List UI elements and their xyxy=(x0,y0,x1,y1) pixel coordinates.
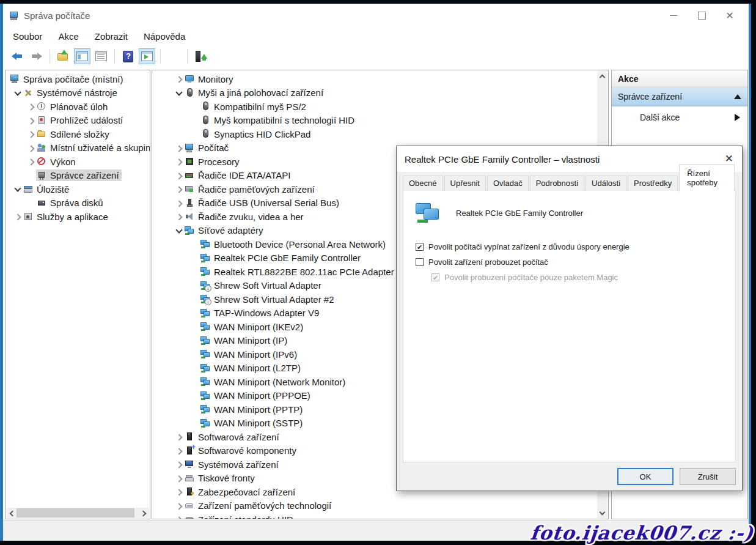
tab-události[interactable]: Události xyxy=(585,176,626,191)
chevron-collapsed-icon[interactable] xyxy=(13,212,23,221)
chevron-collapsed-icon[interactable] xyxy=(174,171,184,180)
chevron-collapsed-icon[interactable] xyxy=(26,143,36,153)
dialog-close-button[interactable]: ✕ xyxy=(725,152,733,165)
console-tree-item[interactable]: Služby a aplikace xyxy=(6,210,150,224)
chevron-expanded-icon[interactable] xyxy=(13,184,23,194)
horizontal-scrollbar[interactable] xyxy=(6,508,149,518)
chevron-collapsed-icon[interactable] xyxy=(174,143,184,153)
console-tree-item[interactable]: Správce zařízení xyxy=(6,169,150,183)
console-tree-item[interactable]: Plánovač úloh xyxy=(6,100,150,114)
actions-item-more-actions[interactable]: Další akce xyxy=(612,106,747,128)
tab-obecné[interactable]: Obecné xyxy=(403,176,443,191)
console-tree-item[interactable]: Správa disků xyxy=(6,196,150,210)
device-tree-item-core[interactable]: Zařízení standardu HID xyxy=(184,514,296,519)
chevron-collapsed-icon[interactable] xyxy=(174,459,184,469)
device-tree-item-core[interactable]: ↓Shrew Soft Virtual Adapter xyxy=(200,280,324,291)
console-tree-item-core[interactable]: Správa počítače (místní) xyxy=(9,73,125,85)
device-tree-item-core[interactable]: WAN Miniport (SSTP) xyxy=(200,417,305,429)
console-tree-toggle-icon[interactable] xyxy=(74,48,90,64)
console-tree-item-core[interactable]: Úložiště xyxy=(23,184,72,195)
help-icon[interactable] xyxy=(120,48,136,64)
device-tree-item-core[interactable]: Řadiče zvuku, videa a her xyxy=(184,211,306,223)
device-tree-item-core[interactable]: Synaptics HID ClickPad xyxy=(200,128,313,140)
chevron-expanded-icon[interactable] xyxy=(174,226,184,235)
chevron-expanded-icon[interactable] xyxy=(174,88,184,98)
update-driver-icon[interactable] xyxy=(193,48,209,64)
device-tree-item-core[interactable]: Bluetooth Device (Personal Area Network) xyxy=(200,239,388,250)
device-tree-item[interactable]: Myš kompatibilní s technologií HID xyxy=(152,114,608,128)
up-level-icon[interactable] xyxy=(55,48,72,64)
device-tree-item-core[interactable]: WAN Miniport (PPTP) xyxy=(200,404,305,415)
device-tree-item-core[interactable]: Řadiče IDE ATA/ATAPI xyxy=(184,169,293,181)
chevron-collapsed-icon[interactable] xyxy=(174,473,184,483)
device-tree-item-core[interactable]: Procesory xyxy=(184,156,242,168)
device-tree-item-core[interactable]: Myš kompatibilní s technologií HID xyxy=(200,114,357,126)
tab-upřesnit[interactable]: Upřesnit xyxy=(444,176,486,191)
tab-podrobnosti[interactable]: Podrobnosti xyxy=(530,176,584,191)
device-tree-item-core[interactable]: WAN Miniport (IPv6) xyxy=(200,349,299,360)
device-tree-item-core[interactable]: Kompatibilní myš PS/2 xyxy=(200,101,309,113)
console-tree-item-core[interactable]: Prohlížeč událostí xyxy=(36,114,125,126)
device-tree-item[interactable]: Monitory xyxy=(152,72,608,86)
chevron-collapsed-icon[interactable] xyxy=(174,432,184,442)
device-tree-item-core[interactable]: Softwarové komponenty xyxy=(184,445,299,456)
chevron-collapsed-icon[interactable] xyxy=(174,74,184,84)
device-tree-item[interactable]: Kompatibilní myš PS/2 xyxy=(152,100,608,114)
device-tree-item-core[interactable]: WAN Miniport (Network Monitor) xyxy=(200,376,348,388)
chevron-collapsed-icon[interactable] xyxy=(174,487,184,497)
device-tree-item-core[interactable]: WAN Miniport (IP) xyxy=(200,335,290,346)
menu-item-soubor[interactable]: Soubor xyxy=(13,31,42,42)
chevron-collapsed-icon[interactable] xyxy=(26,116,36,125)
device-tree-item[interactable]: Synaptics HID ClickPad xyxy=(152,127,608,141)
device-tree-item[interactable]: Zařízení paměťových technologií xyxy=(152,499,608,513)
device-tree-item-core[interactable]: Zabezpečovací zařízení xyxy=(184,486,298,498)
console-tree-item[interactable]: Výkon xyxy=(6,155,150,169)
device-tree-item-core[interactable]: TAP-Windows Adapter V9 xyxy=(200,307,321,319)
chevron-collapsed-icon[interactable] xyxy=(174,157,184,166)
device-tree-item-core[interactable]: Tiskové fronty xyxy=(184,472,257,484)
collapse-icon[interactable] xyxy=(734,94,741,99)
console-tree-item[interactable]: Místní uživatelé a skupiny xyxy=(6,141,150,155)
console-tree-item[interactable]: Úložiště xyxy=(6,182,150,196)
console-tree-item-core[interactable]: Sdílené složky xyxy=(36,128,112,140)
tab-ovladač[interactable]: Ovladač xyxy=(487,176,529,191)
console-tree-item-core[interactable]: Služby a aplikace xyxy=(23,211,111,223)
scan-hardware-icon[interactable] xyxy=(166,48,182,64)
disable-device-icon[interactable] xyxy=(230,48,247,64)
device-tree-item-core[interactable]: Počítač xyxy=(184,142,231,154)
chevron-collapsed-icon[interactable] xyxy=(26,102,36,111)
tab-řízení-spotřeby[interactable]: Řízení spotřeby xyxy=(679,164,735,191)
console-tree-item-core[interactable]: Systémové nástroje xyxy=(23,87,120,98)
cancel-button[interactable]: Zrušit xyxy=(680,468,736,485)
console-tree-item-core[interactable]: Plánovač úloh xyxy=(36,101,110,113)
menu-item-akce[interactable]: Akce xyxy=(58,31,78,42)
chevron-expanded-icon[interactable] xyxy=(13,88,23,98)
console-tree-item[interactable]: Systémové nástroje xyxy=(6,86,150,100)
device-tree-item-core[interactable]: Monitory xyxy=(184,73,236,85)
console-tree-item-core[interactable]: Správce zařízení xyxy=(36,169,122,181)
device-tree-item-core[interactable]: Systémová zařízení xyxy=(184,459,281,470)
properties-icon[interactable] xyxy=(93,48,109,64)
device-tree-item[interactable]: Myši a jiná polohovací zařízení xyxy=(152,86,608,100)
console-tree-item-core[interactable]: Výkon xyxy=(36,156,78,168)
menu-item-zobrazit[interactable]: Zobrazit xyxy=(95,31,128,42)
device-tree-item-core[interactable]: Síťové adaptéry xyxy=(184,224,266,236)
ok-button[interactable]: OK xyxy=(617,468,673,485)
console-tree-item[interactable]: Správa počítače (místní) xyxy=(6,72,150,86)
scroll-up-icon[interactable] xyxy=(597,71,607,81)
device-tree-item-core[interactable]: Myši a jiná polohovací zařízení xyxy=(184,87,326,98)
scroll-down-icon[interactable] xyxy=(597,508,607,518)
chevron-collapsed-icon[interactable] xyxy=(174,212,184,221)
close-button[interactable]: ✕ xyxy=(716,6,744,24)
chevron-collapsed-icon[interactable] xyxy=(174,198,184,208)
tab-prostředky[interactable]: Prostředky xyxy=(628,176,678,191)
menu-item-nápověda[interactable]: Nápověda xyxy=(144,31,185,42)
minimize-button[interactable] xyxy=(659,6,688,24)
device-tree-item-core[interactable]: Řadiče USB (Universal Serial Bus) xyxy=(184,197,342,209)
device-tree-item-core[interactable]: Zařízení paměťových technologií xyxy=(184,500,334,511)
console-tree-item-core[interactable]: Místní uživatelé a skupiny xyxy=(36,142,150,154)
chevron-collapsed-icon[interactable] xyxy=(26,129,36,139)
device-tree-item[interactable]: Zařízení standardu HID xyxy=(152,513,608,519)
device-tree-item-core[interactable]: Realtek PCIe GbE Family Controller xyxy=(200,252,363,264)
device-tree-item-core[interactable]: Řadiče paměťových zařízení xyxy=(184,184,317,195)
